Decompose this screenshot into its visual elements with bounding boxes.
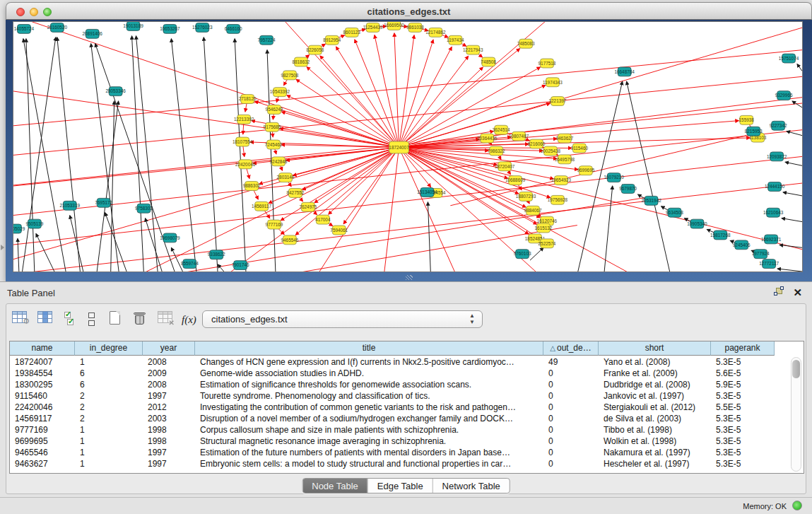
graph-node-9242848[interactable]: 9242848	[270, 157, 288, 166]
table-cell[interactable]: 5.3E-5	[711, 424, 775, 436]
graph-node-12093872[interactable]: 12093872	[767, 152, 787, 161]
graph-node-20891406[interactable]: 20891406	[83, 29, 103, 38]
table-cell[interactable]: 1998	[143, 424, 195, 436]
graph-node-9758303[interactable]: 9758303	[135, 204, 153, 213]
table-cell[interactable]: 9699695	[10, 436, 75, 447]
table-row[interactable]: 946554611997Estimation of the future num…	[10, 447, 804, 458]
table-cell[interactable]: 0	[543, 390, 599, 402]
red-edge[interactable]	[295, 147, 399, 235]
graph-node-6466160[interactable]: 6466160	[225, 24, 242, 33]
table-cell[interactable]: 0	[543, 458, 599, 469]
table-cell[interactable]: 1997	[143, 458, 195, 469]
red-edge[interactable]	[399, 147, 537, 224]
black-edge[interactable]	[204, 37, 218, 271]
black-edge[interactable]	[785, 162, 802, 165]
graph-node-19013189[interactable]: 19013189	[123, 22, 143, 30]
graph-node-12772117[interactable]: 12772117	[759, 259, 779, 269]
select-columns-check-icon[interactable]	[63, 311, 81, 329]
red-edge[interactable]	[399, 147, 498, 165]
close-panel-icon[interactable]: ✕	[793, 286, 802, 299]
graph-node-19756928[interactable]: 19756928	[548, 195, 568, 204]
graph-node-1977924[interactable]: 1977924	[752, 250, 770, 259]
table-cell[interactable]: Embryonic stem cells: a model to study s…	[195, 458, 543, 469]
graph-node-16648784[interactable]: 16648784	[614, 67, 635, 76]
red-edge[interactable]	[287, 95, 399, 148]
table-cell[interactable]: 5.3E-5	[711, 436, 775, 447]
memory-status-indicator[interactable]	[792, 501, 802, 510]
citation-network-graph[interactable]: 9827508105433929546243917568572454629242…	[13, 22, 802, 271]
float-panel-icon[interactable]	[774, 288, 784, 297]
graph-node-3624514[interactable]: 3624514	[493, 125, 510, 134]
black-edge[interactable]	[428, 202, 430, 271]
black-edge[interactable]	[627, 81, 671, 271]
table-cell[interactable]: Jankovic et al. (1997)	[599, 390, 711, 402]
red-edge[interactable]	[280, 128, 399, 147]
graph-node-8226058[interactable]: 8226058	[306, 45, 324, 54]
table-cell[interactable]: Dudbridge et al. (2008)	[599, 379, 711, 390]
black-edge[interactable]	[530, 247, 543, 260]
table-cell[interactable]: 18300295	[10, 379, 75, 390]
graph-node-9245406[interactable]: 9245406	[733, 240, 751, 250]
table-row[interactable]: 1456911722003Disruption of a novel membe…	[10, 413, 804, 424]
table-cell[interactable]: 49	[543, 356, 599, 368]
table-cell[interactable]: 5.6E-5	[711, 368, 775, 379]
graph-node-9115460[interactable]: 9115460	[571, 144, 589, 153]
table-cell[interactable]: 2012	[143, 402, 195, 413]
column-header-title[interactable]: title	[195, 341, 543, 356]
table-row[interactable]: 946362711997Embryonic stem cells: a mode…	[10, 458, 804, 469]
graph-node-14055724[interactable]: 14055724	[14, 24, 35, 33]
graph-node-7594061[interactable]: 7594061	[330, 226, 348, 235]
table-cell[interactable]: Genome-wide association studies in ADHD.	[195, 368, 543, 379]
table-cell[interactable]: Structural magnetic resonance image aver…	[195, 436, 543, 447]
column-header-pagerank[interactable]: pagerank	[711, 341, 775, 356]
table-cell[interactable]: Investigating the contribution of common…	[195, 402, 543, 413]
graph-node-20605029[interactable]: 20605029	[13, 224, 25, 233]
table-cell[interactable]: Tourette syndrome. Phenomenology and cla…	[195, 390, 543, 402]
black-edge[interactable]	[779, 245, 802, 247]
graph-node-9227342[interactable]: 9227342	[770, 121, 787, 130]
column-header-out_de[interactable]: △out_de…	[543, 341, 599, 356]
black-edge[interactable]	[23, 39, 66, 271]
function-builder-icon[interactable]: f(x)	[182, 313, 200, 332]
table-cell[interactable]: 2008	[143, 356, 195, 368]
table-cell[interactable]: 2008	[143, 379, 195, 390]
column-header-in_degree[interactable]: in_degree	[75, 341, 143, 356]
table-settings-icon[interactable]: ⚙	[12, 311, 30, 329]
table-cell[interactable]: de Silva et al. (2003)	[599, 413, 711, 424]
graph-node-9699695[interactable]: 9699695	[577, 166, 594, 175]
table-cell[interactable]: 0	[543, 368, 599, 379]
table-cell[interactable]: 0	[543, 379, 599, 390]
graph-node-11254439[interactable]: 11254439	[363, 23, 383, 32]
table-row[interactable]: 969969511998Structural magnetic resonanc…	[10, 436, 804, 447]
black-edge[interactable]	[111, 101, 114, 271]
graph-node-7245462[interactable]: 7245462	[265, 140, 283, 149]
black-edge[interactable]	[36, 233, 56, 271]
black-edge[interactable]	[57, 37, 81, 271]
graph-node-8427552[interactable]: 8427552	[287, 188, 305, 197]
red-edge[interactable]	[13, 183, 802, 271]
graph-node-9463627[interactable]: 9463627	[555, 134, 573, 143]
table-cell[interactable]: 2009	[143, 368, 195, 379]
graph-node-7624975[interactable]: 7624975	[299, 202, 317, 211]
graph-node-6216060[interactable]: 6216060	[528, 139, 546, 148]
red-edge[interactable]	[307, 67, 399, 148]
graph-node-14569117[interactable]: 14569117	[252, 201, 271, 211]
table-cell[interactable]: 1998	[143, 436, 195, 447]
table-cell[interactable]: 5.3E-5	[711, 390, 775, 402]
black-edge[interactable]	[18, 238, 19, 271]
table-cell[interactable]: 14569117	[10, 413, 75, 424]
graph-node-20364436[interactable]: 20364436	[477, 134, 498, 143]
graph-node-28053346[interactable]: 28053346	[105, 87, 126, 96]
table-cell[interactable]: 9777169	[10, 424, 75, 436]
table-cell[interactable]: 0	[543, 436, 599, 447]
table-cell[interactable]: Changes of HCN gene expression and I(f) …	[195, 356, 543, 368]
graph-node-7485083[interactable]: 7485083	[517, 39, 535, 48]
graph-node-10698079[interactable]: 10698079	[160, 233, 180, 243]
network-canvas[interactable]: 9827508105433929546243917568572454629242…	[13, 21, 803, 272]
delete-table-icon[interactable]	[134, 311, 152, 329]
graph-node-1221397[interactable]: 1221397	[549, 97, 567, 106]
table-cell[interactable]: 5.3E-5	[711, 458, 775, 469]
table-cell[interactable]: 6	[75, 368, 143, 379]
graph-node-9827508[interactable]: 9827508	[281, 71, 299, 80]
table-cell[interactable]: 0	[543, 402, 599, 413]
